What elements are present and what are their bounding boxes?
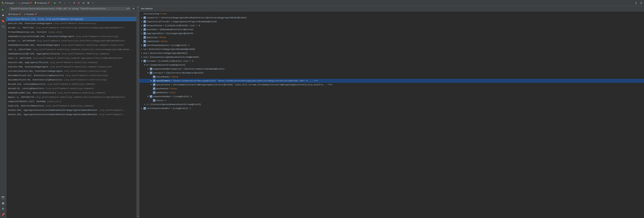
more-button[interactable]: ⋯ (91, 1, 95, 5)
step-over-button[interactable]: ↷ (58, 1, 62, 5)
table-row[interactable]: forEachRemaining:116, Iterator (java.uti… (6, 30, 136, 34)
table-row[interactable]: executeWithResult:115, Scope (org.axonfr… (6, 17, 136, 21)
list-item[interactable]: ▶ rg = {EventSourcedAggregate$lambda@140… (140, 47, 644, 51)
stack-method: forEachRemaining:116, Iterator (8, 31, 48, 33)
stack-method: execute:350, AnnotatedAggregate (8, 66, 50, 68)
table-row[interactable]: accept:-1, 704717101 (org.axonframework.… (6, 26, 136, 30)
stack-method: executeWithResult:115, Scope (8, 18, 46, 20)
frames-icon: ▤ (8, 13, 10, 15)
list-item[interactable]: initializing = true (140, 12, 644, 16)
table-row[interactable]: publish:253, EventSourcedAggregate (org.… (6, 21, 136, 26)
table-row[interactable]: doLoad:52, LockingRepository (org.axonfr… (6, 86, 136, 91)
list-item[interactable]: f hasPeeked = false (140, 87, 644, 91)
list-item[interactable]: ▼ 0 = {DomainEventStream$1@14224} (140, 63, 644, 67)
stack-method: run:-1, 1011471001 (8, 48, 32, 51)
table-row[interactable]: execute:350, AnnotatedAggregate (org.axo… (6, 65, 136, 69)
stack-class: (org.axonframework.modelling.command.Abs… (35, 96, 125, 98)
camera-side-icon[interactable]: 📷 (0, 195, 6, 200)
thread-name: "EventProcessor[externalsyncservice]-0"@… (10, 7, 126, 10)
scroll-up-arrow[interactable]: ▲ (137, 6, 138, 8)
stack-class: (org.axonframework.modelling.command.Agg… (32, 57, 122, 59)
table-row[interactable]: load:115, AbstractRepository (org.axonfr… (6, 104, 136, 108)
view-link-1[interactable]: View (313, 79, 318, 83)
endpoints-tab[interactable]: ⚡ Endpoints 📌 (33, 1, 50, 4)
field-icon: f (150, 72, 152, 74)
table-row[interactable]: lambda$initializeState$0:284, EventSourc… (6, 34, 136, 39)
table-row[interactable]: apply:-1, 1087361778 (org.axonframework.… (6, 95, 136, 99)
thread-filter-button[interactable]: ⚙ (131, 6, 136, 11)
branch-icon[interactable]: ⌥ (0, 24, 6, 29)
list-item[interactable]: ▶ f sequenceNumberSupplier = {EventStrea… (140, 67, 644, 71)
list-item[interactable]: ▶ f spliterator = {StreamSpliterators$Wr… (140, 83, 644, 87)
list-item[interactable]: ▶ f nextElement = {GenericDomainEventMes… (140, 79, 644, 83)
list-item[interactable]: ▶ f lastKnownSequence = {Long@14222} 1 (140, 43, 644, 47)
threads-tab[interactable]: ≡ Threads 📌 (23, 13, 38, 16)
table-row[interactable]: lambda$execute$0:189, AggregateLifecycle… (6, 52, 136, 56)
list-item[interactable]: ▼ f iterator = {Spliterators$1Adapter@14… (140, 71, 644, 75)
table-row[interactable]: lambda$execute$2:350, AnnotatedAggregate… (6, 43, 136, 47)
table-row[interactable]: run:-1, 1011471001 (org.axonframework.mo… (6, 47, 136, 52)
expand-icon: ▶ (140, 24, 143, 27)
stack-method: initializeState:281, EventSourcedAggrega… (8, 70, 64, 72)
table-row[interactable]: call:-1, 402713225 (org.axonframework.mo… (6, 56, 136, 60)
list-item[interactable]: ▼ f sequenceNumber = {Long@14222} 1 (140, 95, 644, 99)
list-item[interactable]: f valueReady = false (140, 75, 644, 79)
table-row[interactable]: computeIfAbsent:1127, HashMap (java.util… (6, 99, 136, 104)
scroll-down-arrow[interactable]: ▼ (137, 216, 138, 218)
resume-button[interactable]: ▶ (53, 1, 57, 5)
field-icon: f (153, 91, 156, 94)
frames-tab[interactable]: ▤ Frames 📌 (7, 12, 22, 16)
layout-side-icon[interactable]: ▦ (0, 200, 6, 206)
list-item[interactable]: ▶ arg = {ConcatenatingDomainEventStream@… (140, 55, 644, 59)
expand-icon: ▶ (140, 51, 143, 55)
list-item[interactable]: f peekEvent = null (140, 91, 644, 95)
collapse-button[interactable]: ⟪ (634, 1, 638, 5)
run-icon[interactable]: ▶ (0, 7, 6, 12)
table-row[interactable]: accept:-1, 1871582946 (org.axonframework… (6, 39, 136, 43)
list-item[interactable]: f applying = false (140, 35, 644, 39)
list-item[interactable]: ▶ f lastSequenceNumber = {Long@14222} 1 (140, 106, 644, 110)
stack-class: (org.axonframework.eventsourcing) (64, 79, 107, 81)
list-item[interactable]: ▶ arg = {EventSourcedAggregate@14082} (140, 51, 644, 55)
thread-dropdown[interactable]: "EventProcessor[externalsyncservice]-0"@… (9, 7, 130, 10)
table-row[interactable]: doLoad:118, LockingRepository (org.axonf… (6, 82, 136, 86)
list-item[interactable]: f isDeleted = false (140, 39, 644, 43)
rerun-button[interactable]: ↺ (72, 1, 76, 5)
console-tab[interactable]: >_ Console 📌 (18, 1, 32, 4)
table-row[interactable]: execute:188, AggregateLifecycle (org.axo… (6, 60, 136, 65)
step-into-button[interactable]: ↓ (62, 1, 67, 5)
table-button[interactable]: ⊞ (86, 1, 90, 5)
view-link-2[interactable]: View (328, 83, 332, 87)
table-row[interactable]: handle:364, AggregateAnnotationCommandHa… (6, 108, 136, 112)
expand-icon: ▶ (140, 32, 143, 35)
list-item[interactable]: ▶ 1 = {IteratorBackedDomainEventStream@1… (140, 102, 644, 106)
table-row[interactable]: doLoadWithLock:50, EventSourcingReposito… (6, 78, 136, 82)
list-item[interactable]: f value = 1 (140, 99, 644, 102)
stop-side-icon[interactable]: ■ (0, 12, 6, 18)
list-item[interactable]: ▶ f repositoryProvider = {AggregateConfi… (140, 20, 644, 24)
expand-icon: ▶ (140, 55, 143, 59)
list-item[interactable]: ▶ f aggregateRoot = {SiteAggregate@14079… (140, 31, 644, 35)
top-toolbar: 🐛 Debugger >_ Console 📌 ⚡ Endpoints 📌 ▶ … (0, 0, 644, 6)
table-row[interactable]: lambda$load$4:116, AbstractRepository (o… (6, 91, 136, 95)
stack-method: lambda$execute$2:350, AnnotatedAggregate (8, 44, 62, 46)
field-icon: f (153, 87, 156, 90)
settings-side-icon[interactable]: ⚙ (0, 206, 6, 212)
pin-side-icon[interactable]: 📌 (0, 212, 6, 217)
bookmark-icon[interactable]: 🔖 (0, 18, 6, 24)
step-out-button[interactable]: ↑ (67, 1, 72, 5)
list-item[interactable]: ▶ f delayedTasks = {LinkedList@14239} si… (140, 24, 644, 28)
debugger-tab[interactable]: 🐛 Debugger (1, 1, 15, 4)
stack-class: (org.axonframework.modelling.command.ins… (50, 66, 112, 68)
table-row[interactable]: initializeState:281, EventSourcedAggrega… (6, 69, 136, 73)
list-item[interactable]: ▶ f inspector = {AnnotatedAggregateMetaM… (140, 16, 644, 20)
stack-class: (org.axonframework.eventsourcing.EventSo… (35, 27, 124, 29)
table-row[interactable]: handle:352, AggregateAnnotationCommandHa… (6, 112, 136, 117)
list-item[interactable]: ▶ f eventBus = {EmbeddedEventStore@14116… (140, 28, 644, 31)
field-icon: f (143, 107, 146, 110)
table-row[interactable]: doLoadWithLock:127, EventSourcingReposit… (6, 73, 136, 78)
list-item[interactable]: ▼ f streams = {LinkedList@14221} size = … (140, 59, 644, 63)
expand-button[interactable]: ⟫ (639, 1, 643, 5)
stop-button[interactable]: ■ (76, 1, 81, 5)
mute-button[interactable]: ⊘ (81, 1, 86, 5)
